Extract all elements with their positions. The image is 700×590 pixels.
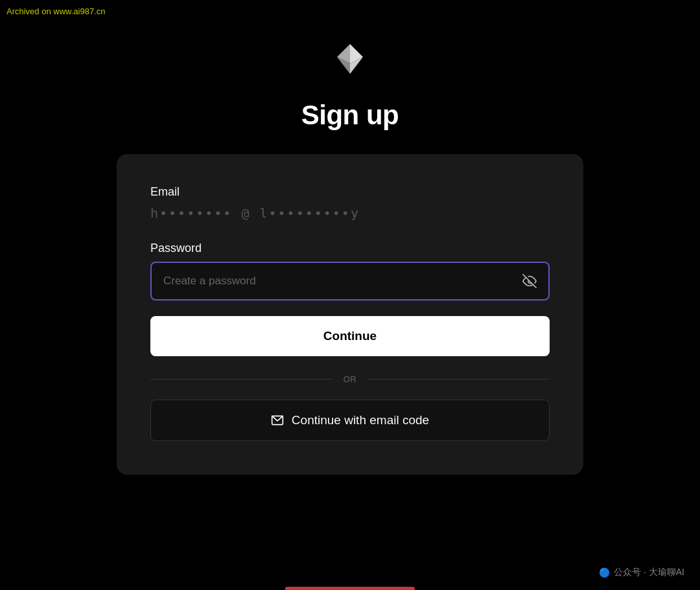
wechat-icon: 🔵 (599, 567, 610, 578)
eye-slash-icon (522, 274, 537, 288)
email-label: Email (150, 185, 550, 199)
continue-with-email-code-button[interactable]: Continue with email code (150, 400, 550, 441)
password-input-wrapper (150, 262, 550, 301)
divider-line-right (367, 379, 550, 380)
signup-card: Email h•••••••• @ l•••••••••y Password C… (117, 154, 583, 475)
divider-line-left (150, 379, 333, 380)
logo-container (331, 39, 369, 80)
continue-button[interactable]: Continue (150, 316, 550, 356)
or-text: OR (344, 374, 357, 384)
email-code-button-label: Continue with email code (292, 413, 429, 427)
page-title: Sign up (301, 100, 399, 131)
toggle-password-visibility-button[interactable] (520, 271, 539, 291)
password-input[interactable] (150, 262, 550, 301)
email-display-value: h•••••••• @ l•••••••••y (150, 205, 550, 221)
page-wrapper: Sign up Email h•••••••• @ l•••••••••y Pa… (0, 0, 700, 475)
wechat-label: 公众号 · 大瑜聊AI (614, 567, 684, 578)
app-logo-icon (331, 39, 369, 78)
password-label: Password (150, 242, 550, 255)
mail-icon (271, 414, 284, 427)
or-divider: OR (150, 374, 550, 384)
bottom-navigation-bar (285, 587, 415, 590)
archived-banner: Archived on www.ai987.cn (6, 6, 105, 16)
wechat-watermark: 🔵 公众号 · 大瑜聊AI (599, 567, 684, 578)
